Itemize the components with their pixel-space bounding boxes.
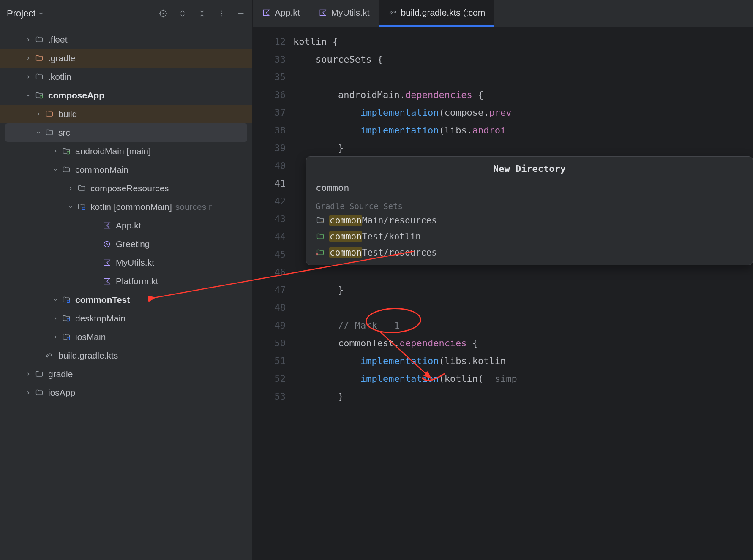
expand-toggle[interactable] [24, 56, 33, 61]
expand-toggle[interactable] [34, 111, 43, 117]
target-icon[interactable] [158, 9, 168, 18]
tree-item-kotlin[interactable]: kotlin[commonMain]sources r [0, 198, 252, 216]
tree-item-src[interactable]: src [5, 123, 247, 142]
tree-item-myutils-kt[interactable]: MyUtils.kt [0, 253, 252, 272]
svg-point-8 [104, 241, 109, 247]
expand-toggle[interactable] [24, 93, 33, 98]
expand-toggle[interactable] [51, 167, 60, 172]
tree-label: desktopMain [75, 313, 126, 323]
line-number: 47 [253, 281, 293, 299]
svg-rect-5 [40, 96, 43, 98]
popup-title: New Directory [306, 157, 753, 180]
tree-item--gradle[interactable]: .gradle [0, 49, 252, 68]
expand-toggle[interactable] [24, 74, 33, 79]
expand-toggle[interactable] [51, 316, 60, 321]
tree-label: build.gradle.kts [58, 351, 118, 361]
tree-label: App.kt [116, 220, 141, 231]
tree-item-commonmain[interactable]: commonMain [0, 160, 252, 179]
popup-input[interactable] [316, 182, 743, 193]
tree-label: Platform.kt [116, 276, 158, 286]
more-icon[interactable] [217, 9, 226, 18]
popup-item[interactable]: commonTest/kotlin [306, 228, 753, 245]
line-number: 53 [253, 388, 293, 405]
code-line[interactable]: androidMain.dependencies { [293, 86, 753, 104]
line-number: 12 [253, 33, 293, 51]
code-line[interactable]: } [293, 139, 753, 157]
svg-point-3 [221, 13, 222, 14]
project-title[interactable]: Project [7, 8, 158, 19]
tab-myutils-kt[interactable]: MyUtils.kt [309, 0, 379, 27]
folder-green-icon [316, 232, 325, 241]
expand-toggle[interactable] [34, 130, 43, 135]
code-line[interactable]: implementation(kotlin( simp [293, 370, 753, 388]
tree-label: composeResources [90, 183, 169, 193]
code-line[interactable]: sourceSets { [293, 51, 753, 68]
code-line[interactable]: implementation(libs.kotlin [293, 352, 753, 370]
module-blue-icon [77, 202, 86, 212]
expand-toggle[interactable] [66, 186, 75, 191]
code-line[interactable] [293, 264, 753, 281]
code-line[interactable]: // Mark - 1 [293, 317, 753, 334]
code-area[interactable]: 1233353637383940414243444546474849505152… [253, 27, 753, 560]
tree-item-androidmain[interactable]: androidMain[main] [0, 142, 252, 160]
svg-rect-9 [67, 300, 70, 303]
popup-item[interactable]: commonTest/resources [306, 245, 753, 261]
tree-label: commonTest [75, 295, 130, 305]
tree-item-build[interactable]: build [0, 105, 252, 123]
tree-item-build-gradle-kts[interactable]: build.gradle.kts [0, 346, 252, 365]
expand-toggle[interactable] [51, 297, 60, 302]
expand-toggle[interactable] [51, 334, 60, 340]
tree-item-app-kt[interactable]: App.kt [0, 216, 252, 235]
tree-label: build [58, 109, 77, 119]
popup-section-header: Gradle Source Sets [306, 198, 753, 212]
code-line[interactable] [293, 299, 753, 317]
code-content[interactable]: kotlin { sourceSets { androidMain.depend… [293, 27, 753, 560]
project-title-label: Project [7, 8, 35, 19]
tree-label: composeApp [48, 90, 104, 101]
tree-item-composeapp[interactable]: composeApp [0, 86, 252, 105]
folder-res-icon [316, 216, 325, 225]
tree-item-iosapp[interactable]: iosApp [0, 383, 252, 402]
tree-item-iosmain[interactable]: iosMain [0, 328, 252, 346]
folder-icon [35, 35, 44, 44]
code-line[interactable]: commonTest.dependencies { [293, 334, 753, 352]
code-line[interactable] [293, 68, 753, 86]
editor-tabs[interactable]: App.ktMyUtils.ktbuild.gradle.kts (:com [253, 0, 753, 27]
popup-item-label: commonTest/resources [329, 247, 437, 258]
code-line[interactable]: implementation(libs.androi [293, 122, 753, 139]
code-line[interactable]: implementation(compose.prev [293, 104, 753, 122]
tree-label: iosApp [48, 388, 75, 398]
expand-toggle[interactable] [66, 204, 75, 209]
code-line[interactable]: } [293, 281, 753, 299]
tree-item-commontest[interactable]: commonTest [0, 291, 252, 309]
code-line[interactable]: kotlin { [293, 33, 753, 51]
minimize-icon[interactable] [236, 9, 246, 18]
tree-bracket: [main] [127, 146, 151, 156]
tree-item-platform-kt[interactable]: Platform.kt [0, 272, 252, 291]
kotlin-icon [319, 8, 327, 17]
popup-item[interactable]: commonMain/resources [306, 212, 753, 228]
line-number: 52 [253, 370, 293, 388]
expand-toggle[interactable] [24, 390, 33, 395]
tree-item--kotlin[interactable]: .kotlin [0, 68, 252, 86]
tree-item-desktopmain[interactable]: desktopMain [0, 309, 252, 328]
new-directory-popup: New Directory Gradle Source Sets commonM… [306, 156, 753, 265]
tab-build-gradle-kts-com[interactable]: build.gradle.kts (:com [379, 0, 495, 27]
project-tree[interactable]: .fleet.gradle.kotlincomposeAppbuildsrcan… [0, 27, 252, 402]
expand-toggle[interactable] [51, 149, 60, 154]
module-blue-icon [62, 295, 71, 304]
code-line[interactable]: } [293, 388, 753, 405]
kotlin-circle-icon [102, 239, 112, 249]
tree-item--fleet[interactable]: .fleet [0, 30, 252, 49]
tab-app-kt[interactable]: App.kt [253, 0, 309, 27]
line-number: 40 [253, 157, 293, 175]
tree-item-gradle[interactable]: gradle [0, 365, 252, 383]
expand-toggle[interactable] [24, 372, 33, 377]
tree-item-greeting[interactable]: Greeting [0, 235, 252, 253]
expand-toggle[interactable] [24, 37, 33, 42]
tree-item-composeresources[interactable]: composeResources [0, 179, 252, 198]
collapse-all-icon[interactable] [197, 9, 207, 18]
line-number: 45 [253, 246, 293, 264]
expand-all-icon[interactable] [178, 9, 187, 18]
folder-icon [62, 165, 71, 174]
